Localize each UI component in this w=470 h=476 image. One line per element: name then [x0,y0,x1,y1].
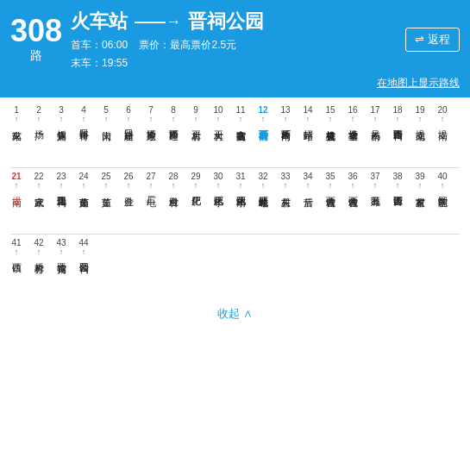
stop-item[interactable]: 30↑化肥小区 [207,171,229,231]
stop-item[interactable]: 44↑晋祠公园 [72,237,95,298]
stop-item[interactable]: 2↑广场 [28,104,50,165]
stop-item[interactable]: 41↑西镇 [5,237,28,298]
stop-name: 赤桥村 [34,256,45,298]
stop-item[interactable]: 12↑省内环桥西 [252,104,274,165]
stop-item[interactable]: 3↑并州饭店 [50,104,72,165]
stops-row-1: 1↑火车站2↑广场3↑并州饭店4↑青年路口5↑大南门6↑新建路口7↑迎泽桥东8↑… [5,104,465,165]
stop-item[interactable]: 13↑南内环桥西 [274,104,297,165]
stop-item[interactable]: 4↑青年路口 [72,104,95,165]
stop-item[interactable]: 14↑招呼站 [297,104,319,165]
stop-name: 广场 [34,123,45,165]
stop-item[interactable]: 28↑金胜村 [162,171,185,231]
route-lu: 路 [30,48,42,64]
stop-arrow: ↑ [149,182,154,190]
stop-item[interactable]: 27↑二电厂 [140,171,162,231]
stops-container: 1↑火车站2↑广场3↑并州饭店4↑青年路口5↑大南门6↑新建路口7↑迎泽桥东8↑… [0,97,470,334]
stop-name: 西镇 [11,256,22,298]
map-link[interactable]: 在地图上显示路线 [377,76,460,91]
stop-item[interactable]: 9↑后王村 [185,104,207,165]
stop-item[interactable]: 10↑大王村 [207,104,229,165]
stop-arrow: ↑ [329,182,333,190]
stop-arrow: ↑ [329,116,333,123]
last-bus: 末车：19:55 [71,57,128,69]
stop-name: 南堤南 [11,190,22,231]
stop-item[interactable]: 24↑董茹南 [72,171,95,231]
stop-item[interactable]: 36↑古城营西 [342,171,364,231]
stop-item[interactable]: 43↑晋祠宾馆 [50,237,72,298]
stop-arrow: ↑ [82,248,86,256]
stop-item[interactable]: 5↑大南门 [95,104,117,165]
return-button[interactable]: ⇌ 返程 [405,28,460,52]
stop-name: 晋祠公园 [78,256,90,298]
stop-arrow: ↑ [418,116,423,123]
stop-name: 东关村 [280,190,291,231]
stop-item[interactable]: 22↑武家庄 [28,171,50,231]
stop-item[interactable]: 29↑化肥厂 [185,171,207,231]
collapse-button[interactable]: 收起 ∧ [5,298,465,330]
stop-item[interactable]: 18↑晋祠路西街 [386,104,409,165]
stop-arrow: ↑ [104,116,109,123]
header: 308 路 火车站 ——→ 晋祠公园 首车：06:00 票价：最高票价2.5元 … [0,0,470,76]
stop-item[interactable]: 7↑迎泽桥东 [140,104,162,165]
stop-name: 并州饭店 [56,123,67,165]
stop-item[interactable]: 32↑罗城北环呼站 [252,171,274,231]
stop-item[interactable]: 1↑火车站 [5,104,28,165]
stop-item[interactable]: 37↑乱石滩 [364,171,386,231]
stop-arrow: ↑ [351,182,355,190]
stops-row-2: 21↑南堤南22↑武家庄23↑晋祠路化工…24↑董茹南25↑董茹26↑金胜27↑… [5,171,465,231]
stop-item[interactable]: 20↑南堤 [431,104,454,165]
stop-name: 火车站 [11,123,22,165]
stop-arrow: ↑ [306,116,310,123]
route-main-title: 火车站 ——→ 晋祠公园 [71,9,405,34]
stop-item[interactable]: 26↑金胜 [117,171,140,231]
route-number: 308 [10,16,62,47]
stop-item[interactable]: 33↑东关村 [274,171,297,231]
stop-arrow: ↑ [194,182,198,190]
stop-arrow: ↑ [37,116,41,123]
stop-name: 省高院宿舍 [235,123,247,165]
stop-name: 古城营西 [325,190,336,231]
stop-item[interactable]: 6↑新建路口 [117,104,140,165]
stop-name: 南堤 [437,123,448,165]
stop-arrow: ↑ [261,116,266,123]
stop-item[interactable]: 11↑省高院宿舍 [229,104,252,165]
stop-arrow: ↑ [82,182,86,190]
stop-name: 南堤北 [415,123,426,165]
app-container: 308 路 火车站 ——→ 晋祠公园 首车：06:00 票价：最高票价2.5元 … [0,0,470,334]
stop-name: 晋祠宾馆 [56,256,67,298]
stop-item[interactable]: 31↑化肥小区南 [229,171,252,231]
stop-name: 招呼站 [303,123,314,165]
stop-item[interactable]: 40↑园艺学院 [431,171,454,231]
stop-item[interactable]: 34↑后营 [297,171,319,231]
stop-name: 长风南 [370,123,381,165]
stop-name: 董家村 [415,190,426,231]
stop-arrow: ↑ [441,182,445,190]
stop-item[interactable]: 25↑董茹 [95,171,117,231]
stop-item[interactable]: 17↑长风南 [364,104,386,165]
stop-item[interactable]: 23↑晋祠路化工… [50,171,72,231]
stop-arrow: ↑ [418,182,423,190]
stop-name: 晋祠路化工… [56,190,67,231]
price-info: 票价：最高票价2.5元 [139,39,236,51]
route-title: 火车站 ——→ 晋祠公园 首车：06:00 票价：最高票价2.5元 末车：19:… [62,9,405,71]
stop-arrow: ↑ [172,182,176,190]
stop-name: 古城营西 [348,190,359,231]
stop-arrow: ↑ [306,182,310,190]
stop-arrow: ↑ [60,116,64,123]
stop-item[interactable]: 42↑赤桥村 [28,237,50,298]
stop-item[interactable]: 39↑董家村 [409,171,431,231]
stop-name: 罗城北环呼站 [258,190,269,231]
stop-name: 晋源西街 [392,190,404,231]
stop-arrow: ↑ [441,116,445,123]
stop-item[interactable]: 35↑古城营西 [319,171,342,231]
stop-arrow: ↑ [149,116,154,123]
stop-item[interactable]: 21↑南堤南 [5,171,28,231]
stop-arrow: ↑ [216,116,221,123]
stop-item[interactable]: 19↑南堤北 [409,104,431,165]
stop-item[interactable]: 8↑迎泽桥西 [162,104,185,165]
stop-name: 新建路口 [123,123,135,165]
stop-name: 武家庄 [34,190,45,231]
stop-item[interactable]: 15↑省直机关党校 [319,104,342,165]
stop-item[interactable]: 16↑省直停车场 [342,104,364,165]
stop-item[interactable]: 38↑晋源西街 [386,171,409,231]
